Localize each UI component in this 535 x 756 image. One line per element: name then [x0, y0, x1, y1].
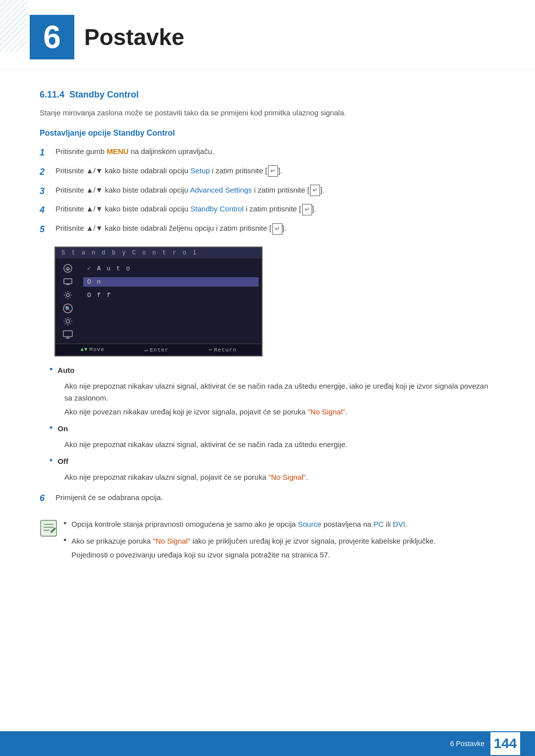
decorative-diagonal — [0, 0, 27, 52]
menu-icon-picture: 🔍 — [55, 303, 80, 314]
step6-text: Primijenit će se odabrana opcija. — [55, 493, 163, 502]
step-1: 1 Pritisnite gumb MENU na daljinskom upr… — [40, 146, 495, 160]
section-description: Stanje mirovanja zaslona može se postavi… — [40, 107, 495, 119]
bullet-auto: • Auto — [50, 364, 495, 376]
options-explanation: • Auto Ako nije prepoznat nikakav ulazni… — [50, 364, 495, 483]
auto-desc1: Ako nije prepoznat nikakav ulazni signal… — [64, 380, 495, 404]
footer-text: 6 Postavke — [450, 740, 484, 748]
menu-icon-monitor — [55, 329, 80, 340]
on-title: On — [57, 424, 68, 433]
menu-option-off: O f f — [83, 291, 259, 300]
menu-items: A u t o O n — [55, 258, 262, 344]
menu-row-off: O f f — [55, 289, 262, 302]
svg-rect-9 — [63, 331, 72, 337]
bullet-on: • On — [50, 423, 495, 435]
page-header: 6 Postavke — [0, 0, 535, 70]
step-6: 6 Primijenit će se odabrana opcija. — [40, 493, 495, 504]
note-section: • Opcija kontrole stanja pripravnosti om… — [40, 513, 495, 571]
steps-list: 1 Pritisnite gumb MENU na daljinskom upr… — [40, 146, 495, 237]
menu-row-on: O n — [55, 275, 262, 289]
menu-row-empty2 — [55, 315, 262, 328]
svg-point-8 — [66, 319, 70, 323]
chapter-header: 6 Postavke — [0, 0, 535, 70]
note-item-1: • Opcija kontrole stanja pripravnosti om… — [63, 518, 495, 530]
section-title: 6.11.4 Standby Control — [40, 90, 495, 100]
svg-point-1 — [67, 269, 69, 271]
menu-title-bar: S t a n d b y C o n t r o l — [55, 248, 262, 258]
menu-icon-gear — [55, 316, 80, 327]
page-footer: 6 Postavke 144 — [0, 731, 535, 756]
off-title: Off — [57, 457, 68, 465]
note-content: • Opcija kontrole stanja pripravnosti om… — [63, 518, 495, 566]
menu-nav-return: ↩Return — [209, 347, 236, 353]
menu-icon-settings — [55, 290, 80, 301]
note-sub-text: Pojedinosti o povezivanju uređaja koji s… — [71, 549, 435, 561]
bullet-off: • Off — [50, 455, 495, 467]
menu-option-on: O n — [83, 277, 259, 287]
auto-title: Auto — [57, 366, 74, 374]
menu-row-empty3 — [55, 328, 262, 341]
menu-icon-display — [55, 276, 80, 287]
svg-rect-2 — [64, 279, 72, 284]
chapter-title: Postavke — [84, 24, 184, 50]
svg-point-0 — [64, 264, 72, 272]
step-3: 3 Pritisnite ▲/▼ kako biste odabrali opc… — [40, 184, 495, 199]
auto-desc2: Ako nije povezan nikakav uređaj koji je … — [64, 406, 495, 418]
svg-point-5 — [66, 294, 69, 297]
svg-text:🔍: 🔍 — [65, 305, 71, 312]
menu-highlight: MENU — [107, 147, 128, 155]
step-5: 5 Pritisnite ▲/▼ kako biste odabrali žel… — [40, 222, 495, 237]
note-item-2: • Ako se prikazuje poruka "No Signal" ia… — [63, 535, 495, 561]
page-number: 144 — [490, 732, 520, 755]
menu-row-auto: A u t o — [55, 261, 262, 275]
note-icon — [40, 519, 57, 537]
menu-bottom-bar: ▲▼Move ↵Enter ↩Return — [55, 344, 262, 355]
menu-nav-move: ▲▼Move — [80, 347, 105, 353]
off-desc1: Ako nije prepoznat nikakav ulazni signal… — [64, 471, 495, 483]
menu-icon-signal — [55, 263, 80, 274]
step-2: 2 Pritisnite ▲/▼ kako biste odabrali opc… — [40, 165, 495, 179]
menu-option-auto: A u t o — [83, 263, 259, 273]
subsection-title: Postavljanje opcije Standby Control — [40, 129, 495, 138]
step-4: 4 Pritisnite ▲/▼ kako biste odabrali opc… — [40, 203, 495, 217]
page-content: 6.11.4 Standby Control Stanje mirovanja … — [0, 70, 535, 610]
chapter-number: 6 — [30, 15, 74, 59]
menu-row-empty1: 🔍 — [55, 302, 262, 315]
on-desc1: Ako nije prepoznat nikakav ulazni signal… — [64, 439, 495, 451]
menu-screenshot: S t a n d b y C o n t r o l A u t o — [54, 247, 263, 356]
menu-nav-enter: ↵Enter — [145, 347, 169, 353]
